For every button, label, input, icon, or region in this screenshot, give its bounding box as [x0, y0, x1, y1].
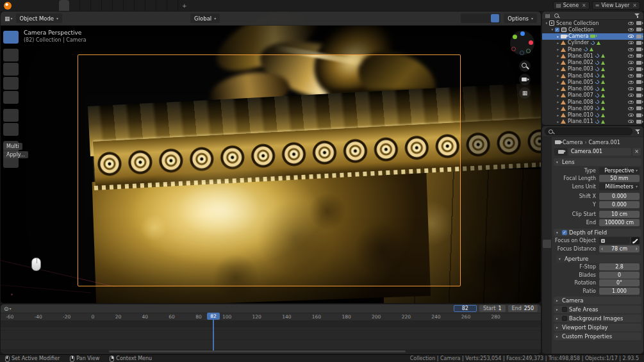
solid-shading-icon[interactable]	[472, 14, 480, 22]
property-value[interactable]: 0°	[599, 279, 640, 286]
hide-in-viewport-toggle[interactable]	[628, 94, 634, 97]
blades-field[interactable]: Blades 0	[553, 271, 642, 279]
tool-tab[interactable]	[543, 140, 551, 149]
annotate-tool[interactable]	[3, 123, 19, 136]
property-value[interactable]: 50 mm	[599, 175, 640, 182]
expand-arrow-icon[interactable]: ▾	[544, 21, 549, 25]
hide-in-viewport-toggle[interactable]	[628, 22, 634, 25]
rotate-tool[interactable]	[3, 77, 19, 90]
lens-type-field[interactable]: Type Perspective	[553, 167, 642, 175]
fstop-field[interactable]: F-Stop 2.8	[553, 263, 642, 272]
world-tab[interactable]	[543, 190, 551, 199]
panel-header-aperture[interactable]: ▾ Aperture	[556, 255, 641, 263]
breadcrumb-object[interactable]: Camera	[563, 140, 582, 145]
outliner-row-plane-008[interactable]: ▸ ✓ Plane.008	[542, 99, 643, 105]
expand-arrow-icon[interactable]: ▸	[556, 80, 561, 84]
datablock-type-button[interactable]	[554, 148, 567, 156]
disable-in-render-toggle[interactable]	[636, 41, 641, 45]
hide-in-viewport-toggle[interactable]	[628, 48, 634, 51]
expand-arrow-icon[interactable]: ▸	[556, 94, 561, 97]
expand-arrow-icon[interactable]: ▸	[556, 54, 561, 58]
shift-x-field[interactable]: Shift X 0.000	[553, 193, 642, 201]
hide-in-viewport-toggle[interactable]	[628, 61, 634, 64]
outliner-row-plane-009[interactable]: ▸ ✓ Plane.009	[542, 105, 643, 111]
expand-arrow-icon[interactable]: ▸	[556, 67, 561, 71]
hide-in-viewport-toggle[interactable]	[628, 81, 634, 84]
data-tab[interactable]	[543, 240, 551, 248]
next-frame-button[interactable]	[251, 305, 261, 313]
outliner-row-plane-011[interactable]: ▸ ✓ Plane.011	[542, 119, 643, 125]
timeline-editor-button[interactable]: ⊙ ▾	[4, 306, 12, 312]
outliner-row-cylinder[interactable]: ▸ ✓ Cylinder	[542, 40, 643, 46]
expand-arrow-icon[interactable]: ▾	[550, 28, 555, 31]
filter-funnel-icon[interactable]	[634, 13, 640, 19]
timeline-ruler[interactable]: -60-40-200204060801001201401601802002202…	[1, 313, 541, 321]
axis-x-negative-dot[interactable]	[511, 47, 516, 51]
tab-compositing[interactable]	[145, 0, 156, 11]
rotation-field[interactable]: Rotation 0°	[553, 279, 642, 288]
focus-distance-field[interactable]: Focus Distance 78 cm	[553, 245, 642, 253]
lens-unit-field[interactable]: Lens Unit Millimeters	[553, 183, 642, 191]
shift-y-field[interactable]: Y 0.000	[553, 201, 642, 209]
property-value[interactable]: 2.8	[599, 263, 640, 270]
axis-y-negative-dot[interactable]	[526, 49, 531, 53]
eyedropper-button[interactable]	[631, 237, 640, 244]
expand-arrow-icon[interactable]: ▸	[556, 106, 561, 110]
hide-in-viewport-toggle[interactable]	[628, 120, 634, 123]
disable-in-render-toggle[interactable]	[636, 35, 641, 38]
tab-geometry-nodes[interactable]	[156, 0, 167, 11]
disable-in-render-toggle[interactable]	[636, 47, 641, 51]
tab-shading[interactable]	[113, 0, 124, 11]
hide-in-viewport-toggle[interactable]	[628, 35, 634, 38]
hide-in-viewport-toggle[interactable]	[628, 113, 634, 117]
transform-orientation-selector[interactable]: Global ▾	[190, 13, 220, 23]
jump-to-start-button[interactable]	[210, 305, 220, 313]
outliner-row-plane-001[interactable]: ▸ ✓ Plane.001	[542, 53, 643, 59]
multi-button[interactable]: Multi	[3, 143, 22, 150]
panel-header-depth-of-field[interactable]: ▾ ✓ Depth of Field	[554, 229, 641, 236]
frame-start-field[interactable]: Start 1	[479, 305, 506, 312]
disable-in-render-toggle[interactable]	[636, 87, 641, 91]
expand-arrow-icon[interactable]: ▸	[556, 100, 561, 104]
expand-arrow-icon[interactable]: ▸	[556, 120, 561, 124]
property-value[interactable]: Millimeters	[599, 183, 640, 190]
disable-in-render-toggle[interactable]	[636, 113, 641, 117]
panel-header-lens[interactable]: ▾ Lens	[554, 158, 641, 166]
focus-object-field[interactable]: Focus on Object	[553, 237, 642, 245]
section-background-images[interactable]: ▸ Background Images	[554, 315, 641, 322]
disable-in-render-toggle[interactable]	[636, 28, 641, 31]
outliner-row-scene-collection[interactable]: ▾ ✓ Scene Collection	[542, 20, 643, 26]
disable-in-render-toggle[interactable]	[636, 61, 641, 65]
expand-arrow-icon[interactable]: ▸	[556, 41, 561, 45]
expand-arrow-icon[interactable]: ▸	[556, 61, 561, 65]
focal-length-field[interactable]: Focal Length 50 mm	[553, 175, 642, 183]
section-custom-properties[interactable]: ▸ Custom Properties	[554, 333, 641, 340]
object-tab[interactable]	[543, 200, 551, 208]
view-layer-selector[interactable]: ≡ View Layer ×	[592, 1, 640, 10]
collection-checkbox[interactable]: ✓	[555, 28, 559, 32]
search-icon[interactable]	[554, 13, 559, 19]
outliner-editor-icon[interactable]: ▤	[545, 13, 550, 19]
expand-arrow-icon[interactable]: ▸	[556, 47, 561, 51]
section-viewport-display[interactable]: ▸ Viewport Display	[554, 324, 641, 331]
ratio-field[interactable]: Ratio 1.000	[553, 287, 642, 295]
modifiers-tab[interactable]	[543, 210, 551, 218]
outliner-row-plane[interactable]: ▸ ✓ Plane	[542, 46, 643, 53]
render-tab[interactable]	[543, 151, 551, 159]
hide-in-viewport-toggle[interactable]	[628, 107, 634, 110]
tab-rendering[interactable]	[135, 0, 145, 11]
timeline-tracks[interactable]	[1, 321, 541, 350]
play-button[interactable]	[241, 305, 251, 313]
tab-scripting[interactable]	[167, 0, 178, 11]
axis-y-dot[interactable]	[513, 35, 517, 39]
material-tab[interactable]	[543, 250, 551, 258]
camera-frame[interactable]	[78, 54, 461, 286]
clip-start-field[interactable]: Clip Start 10 cm	[553, 211, 642, 219]
disable-in-render-toggle[interactable]	[636, 100, 641, 104]
options-menu[interactable]: Options ▾	[504, 13, 537, 23]
property-value[interactable]: 10 cm	[599, 211, 640, 218]
scene-selector[interactable]: ▤ Scene ×	[553, 1, 590, 10]
scale-tool[interactable]	[3, 91, 19, 104]
move-tool[interactable]	[3, 63, 19, 76]
hide-in-viewport-toggle[interactable]	[628, 101, 634, 104]
